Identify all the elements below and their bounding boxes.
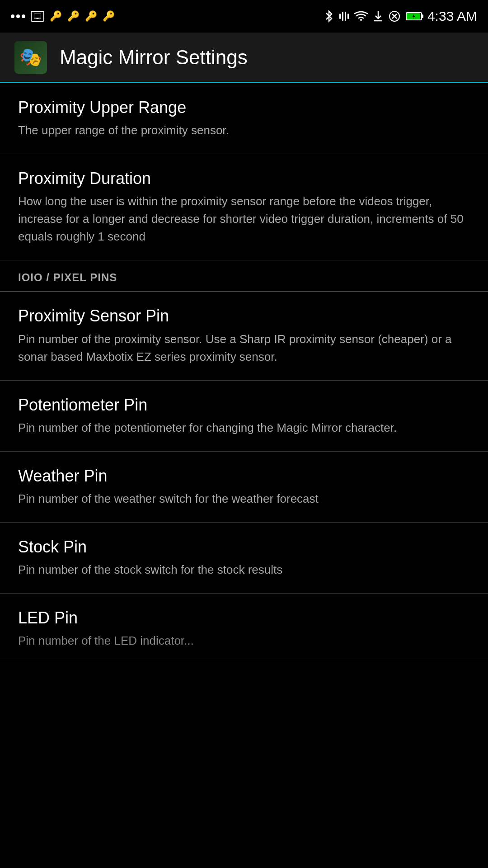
key3-icon: 🔑 — [85, 10, 97, 22]
download-icon — [373, 10, 383, 22]
settings-item-stock-pin[interactable]: Stock Pin Pin number of the stock switch… — [0, 523, 488, 594]
app-bar: 🎭 Magic Mirror Settings — [0, 33, 488, 83]
settings-list: Proximity Upper Range The upper range of… — [0, 83, 488, 659]
status-time: 4:33 AM — [427, 9, 477, 24]
settings-item-title: Proximity Duration — [18, 169, 470, 188]
settings-item-title: Weather Pin — [18, 466, 470, 486]
battery-icon — [406, 12, 422, 20]
settings-item-description: Pin number of the potentiometer for chan… — [18, 419, 470, 437]
section-header-title: IOIO / PIXEL PINS — [18, 271, 470, 284]
key2-icon: 🔑 — [67, 10, 80, 22]
wifi-icon — [354, 11, 368, 22]
svg-point-3 — [360, 19, 362, 21]
settings-item-description: Pin number of the stock switch for the s… — [18, 561, 470, 579]
status-bar-left: 🔑 🔑 🔑 🔑 — [11, 10, 115, 22]
settings-item-description: Pin number of the weather switch for the… — [18, 490, 470, 508]
app-title: Magic Mirror Settings — [60, 46, 248, 69]
section-header-ioio-pixel-pins: IOIO / PIXEL PINS — [0, 260, 488, 292]
settings-item-title: Proximity Upper Range — [18, 98, 470, 117]
vibrate-icon — [339, 12, 349, 21]
settings-item-potentiometer-pin[interactable]: Potentiometer Pin Pin number of the pote… — [0, 381, 488, 452]
app-icon: 🎭 — [14, 41, 47, 74]
settings-item-title: LED Pin — [18, 608, 470, 627]
settings-item-description: The upper range of the proximity sensor. — [18, 122, 470, 139]
status-bar-right: 4:33 AM — [324, 9, 477, 24]
screen-icon — [31, 11, 44, 22]
settings-item-title: Potentiometer Pin — [18, 395, 470, 415]
settings-item-weather-pin[interactable]: Weather Pin Pin number of the weather sw… — [0, 452, 488, 523]
svg-marker-9 — [413, 14, 415, 19]
warning-icon — [389, 10, 400, 22]
settings-item-proximity-sensor-pin[interactable]: Proximity Sensor Pin Pin number of the p… — [0, 292, 488, 380]
settings-item-description: How long the user is within the proximit… — [18, 193, 470, 245]
settings-item-proximity-duration[interactable]: Proximity Duration How long the user is … — [0, 154, 488, 260]
settings-item-proximity-upper-range[interactable]: Proximity Upper Range The upper range of… — [0, 83, 488, 154]
key4-icon: 🔑 — [103, 10, 115, 22]
svg-rect-0 — [34, 14, 41, 18]
notification-dots-icon — [11, 14, 25, 18]
settings-item-led-pin[interactable]: LED Pin Pin number of the LED indicator.… — [0, 594, 488, 659]
settings-item-description: Pin number of the LED indicator... — [18, 632, 470, 650]
key1-icon: 🔑 — [50, 10, 62, 22]
status-bar: 🔑 🔑 🔑 🔑 — [0, 0, 488, 33]
bluetooth-icon — [324, 9, 334, 23]
settings-item-title: Proximity Sensor Pin — [18, 306, 470, 326]
settings-item-description: Pin number of the proximity sensor. Use … — [18, 330, 470, 366]
settings-item-title: Stock Pin — [18, 537, 470, 557]
